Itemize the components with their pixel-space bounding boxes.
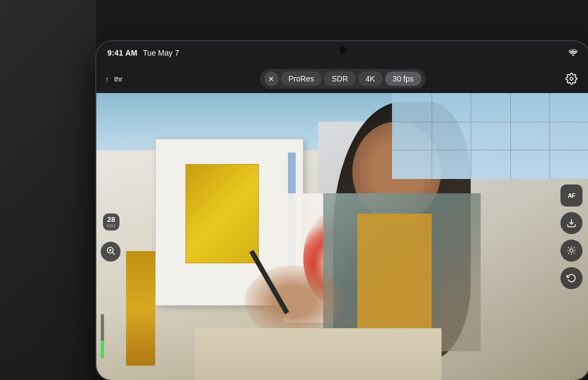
af-button[interactable]: AF (560, 184, 582, 207)
prores-button[interactable]: ProRes (281, 72, 322, 86)
resolution-button[interactable]: 4K (358, 72, 383, 86)
person-hand (244, 265, 343, 337)
camera-notch (340, 47, 346, 53)
yellow-painting (186, 164, 259, 263)
status-right (568, 48, 578, 58)
fps-button[interactable]: 30 fps (385, 72, 421, 86)
reset-button[interactable] (560, 267, 582, 289)
skylight (392, 93, 588, 179)
settings-button[interactable] (563, 70, 580, 88)
exposure-bar (101, 314, 104, 358)
dark-background (0, 0, 96, 380)
svg-line-13 (568, 253, 569, 254)
control-left: ↑ thr (105, 75, 123, 83)
sdr-button[interactable]: SDR (324, 72, 356, 86)
person-shirt (357, 214, 431, 328)
search-plus-icon (106, 246, 116, 258)
status-date: Tue May 7 (143, 48, 179, 57)
svg-point-6 (570, 249, 573, 252)
svg-line-9 (568, 247, 569, 248)
yellow-lamp (126, 251, 156, 366)
center-controls: ✕ ProRes SDR 4K 30 fps (260, 69, 426, 89)
action-button[interactable] (560, 212, 582, 234)
exposure-button[interactable] (560, 240, 582, 262)
right-controls: AF (560, 184, 582, 289)
wifi-icon (568, 48, 578, 58)
focal-number: 28 (107, 216, 116, 223)
control-bar: ↑ thr ✕ ProRes SDR 4K 30 fps (96, 64, 588, 93)
close-icon: ✕ (268, 75, 274, 83)
status-time: 9:41 AM (107, 48, 138, 57)
ipad-device-frame: 9:41 AM Tue May 7 ↑ thr ✕ P (96, 41, 588, 380)
svg-point-0 (570, 77, 573, 80)
focal-unit: MM (107, 223, 116, 229)
svg-line-14 (574, 247, 575, 248)
photo-background (96, 93, 588, 380)
focal-length-badge: 28 MM (103, 214, 119, 231)
svg-line-2 (112, 253, 115, 255)
close-button[interactable]: ✕ (264, 72, 279, 86)
sketchbook (195, 328, 442, 380)
exposure-fill (101, 340, 104, 358)
thr-label: thr (115, 75, 123, 83)
thr-arrow-icon: ↑ (105, 75, 109, 83)
svg-line-10 (574, 253, 575, 254)
camera-viewfinder: 28 MM AF (96, 93, 588, 380)
